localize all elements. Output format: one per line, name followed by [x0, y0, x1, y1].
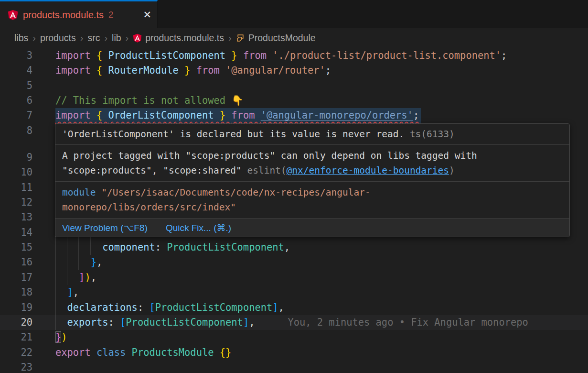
code-line-23[interactable]: 23: [0, 360, 588, 373]
code-line-19[interactable]: 19 declarations: [ProductListComponent],: [0, 300, 588, 315]
code-token: }: [91, 256, 96, 268]
code-line-3[interactable]: 3import { ProductListComponent } from '.…: [0, 48, 588, 63]
line-content: component: ProductListComponent,: [55, 240, 588, 255]
breadcrumb-item-file[interactable]: products.module.ts: [133, 33, 224, 44]
line-number[interactable]: 18: [0, 285, 32, 300]
code-token: './product-list/product-list.component': [272, 50, 501, 61]
code-line-21[interactable]: 21}): [0, 330, 588, 345]
tab-close-icon[interactable]: ✕: [143, 10, 151, 20]
code-line-5[interactable]: 5: [0, 78, 588, 93]
code-token: ;: [325, 65, 331, 76]
line-number[interactable]: 3: [0, 48, 32, 63]
line-number[interactable]: 22: [0, 345, 32, 360]
line-number[interactable]: 5: [0, 78, 32, 93]
active-indent-guide: [55, 285, 55, 300]
breadcrumb-file-label: products.module.ts: [145, 33, 224, 44]
code-token: }: [225, 50, 243, 61]
code-line-20[interactable]: 20 exports: [ProductListComponent],You, …: [0, 315, 588, 330]
code-token: [55, 302, 67, 313]
indent-guide: [90, 240, 91, 255]
code-token: ,: [249, 317, 255, 328]
code-token: {: [96, 110, 108, 121]
code-line-22[interactable]: 22export class ProductsModule {}: [0, 345, 588, 360]
tab-products-module[interactable]: products.module.ts 2 ✕: [0, 0, 158, 28]
code-token: [55, 256, 91, 268]
code-token: ProductListComponent: [126, 317, 243, 328]
quick-fix-action[interactable]: Quick Fix... (⌘.): [166, 222, 231, 233]
line-content: import { OrderListComponent } from '@ang…: [55, 108, 588, 123]
code-line-16[interactable]: 16 },: [0, 255, 588, 270]
line-number[interactable]: 16: [0, 255, 32, 270]
line-number[interactable]: 23: [0, 360, 32, 373]
indent-guide: [67, 270, 67, 285]
line-number[interactable]: 20: [0, 315, 32, 330]
code-line-4[interactable]: 4import { RouterModule } from '@angular/…: [0, 63, 588, 78]
code-token: ]: [79, 272, 85, 283]
code-token: :: [108, 317, 120, 328]
code-token: ]: [272, 302, 278, 313]
code-token: component: [102, 241, 155, 253]
class-symbol-icon: [236, 33, 245, 43]
code-token: ): [85, 272, 90, 283]
breadcrumb: libs › products › src › lib › products.m…: [0, 28, 588, 48]
hover-text: ): [449, 165, 455, 176]
module-path-link[interactable]: '@angular-monorepo/orders': [261, 110, 413, 121]
code-token: export: [55, 347, 96, 358]
line-number[interactable]: 14: [0, 225, 32, 240]
code-token: }: [214, 110, 231, 121]
code-token: from: [231, 110, 260, 121]
code-line-6[interactable]: 6// This import is not allowed 👇: [0, 93, 588, 108]
breadcrumb-item-symbol[interactable]: ProductsModule: [236, 33, 316, 44]
code-token: ]: [243, 317, 249, 328]
hover-text: ts(6133): [404, 129, 455, 140]
line-number[interactable]: 10: [0, 165, 32, 180]
line-number[interactable]: 21: [0, 330, 32, 345]
code-token: ]: [67, 286, 73, 298]
line-content: declarations: [ProductListComponent],: [55, 300, 588, 315]
code-token: {: [96, 50, 108, 61]
line-number[interactable]: 7: [0, 108, 32, 123]
hover-diagnostic-ts: 'OrderListComponent' is declared but its…: [55, 124, 569, 145]
code-line-18[interactable]: 18 ],: [0, 285, 588, 300]
code-token: ,: [284, 241, 290, 253]
code-token: ProductsModule: [132, 347, 220, 358]
hover-text: 'OrderListComponent' is declared but its…: [62, 129, 404, 140]
line-number[interactable]: 9: [0, 150, 32, 165]
code-token: [55, 286, 67, 298]
code-line-7[interactable]: 7import { OrderListComponent } from '@an…: [0, 108, 588, 123]
code-token: [55, 241, 102, 253]
line-content: }): [55, 330, 588, 345]
line-content: // This import is not allowed 👇: [55, 93, 588, 108]
breadcrumb-separator: ›: [126, 33, 129, 44]
code-token: ): [61, 331, 67, 343]
code-line-15[interactable]: 15 component: ProductListComponent,: [0, 240, 588, 255]
breadcrumb-separator: ›: [80, 33, 84, 44]
eslint-rule-link[interactable]: @nx/enforce-module-boundaries: [287, 165, 449, 176]
breadcrumb-item-lib[interactable]: lib: [112, 33, 121, 44]
breadcrumb-item-products[interactable]: products: [40, 33, 76, 44]
line-number[interactable]: 15: [0, 240, 32, 255]
breadcrumb-item-src[interactable]: src: [87, 33, 100, 44]
code-token: }: [179, 65, 196, 76]
vscode-editor-window: { "colors": { "accent_blue": "#0078d4", …: [0, 0, 588, 373]
line-content: [55, 360, 588, 373]
code-token: [55, 317, 67, 328]
line-number[interactable]: 17: [0, 270, 32, 285]
code-token: ;: [413, 110, 419, 121]
line-number[interactable]: 13: [0, 210, 32, 225]
line-number[interactable]: 4: [0, 63, 32, 78]
code-token: ,: [96, 256, 102, 268]
view-problem-action[interactable]: View Problem (⌥F8): [62, 222, 148, 233]
line-number[interactable]: 12: [0, 195, 32, 210]
line-number[interactable]: 8: [0, 123, 32, 138]
line-number[interactable]: 11: [0, 180, 32, 195]
line-number[interactable]: 19: [0, 300, 32, 315]
hover-text: eslint(: [247, 165, 286, 176]
breadcrumb-item-libs[interactable]: libs: [14, 33, 28, 44]
code-line-17[interactable]: 17 ]),: [0, 270, 588, 285]
line-content: export class ProductsModule {}: [55, 345, 588, 360]
editor-tab-bar: products.module.ts 2 ✕: [0, 0, 588, 28]
line-number[interactable]: 6: [0, 93, 32, 108]
tab-problems-badge: 2: [108, 10, 114, 20]
breadcrumb-symbol-label: ProductsModule: [248, 33, 316, 44]
